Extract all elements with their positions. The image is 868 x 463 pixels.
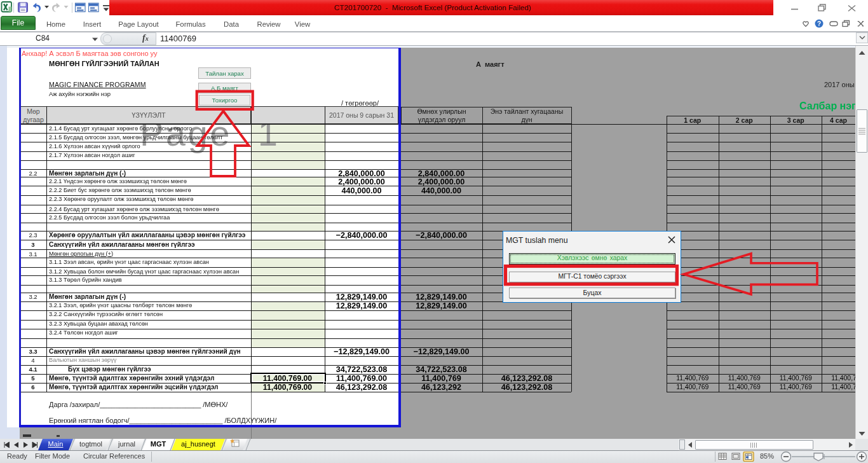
svg-text:?: ? <box>817 20 821 27</box>
